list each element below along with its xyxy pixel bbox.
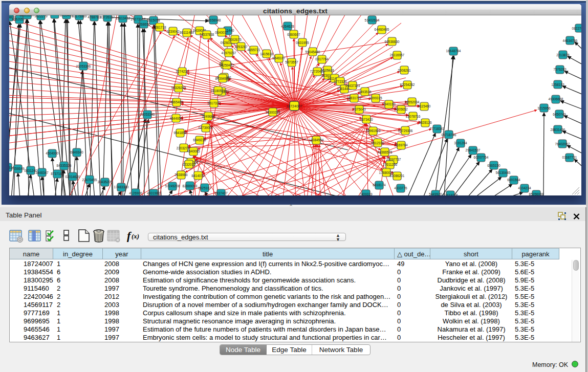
svg-text:6512330: 6512330 (371, 141, 384, 145)
svg-text:4844950: 4844950 (169, 117, 183, 120)
svg-text:5873557: 5873557 (285, 60, 298, 64)
svg-text:8058887: 8058887 (48, 15, 61, 16)
svg-text:82828807: 82828807 (20, 15, 35, 17)
svg-text:0239042: 0239042 (166, 30, 180, 33)
svg-text:3215956: 3215956 (537, 106, 551, 110)
svg-text:02014620: 02014620 (66, 175, 80, 179)
svg-text:9115460: 9115460 (418, 104, 431, 108)
svg-text:17483380: 17483380 (114, 185, 129, 189)
svg-text:4865465: 4865465 (170, 100, 183, 104)
svg-text:83726167: 83726167 (100, 15, 115, 19)
svg-text:04718746: 04718746 (442, 133, 456, 137)
svg-text:18300293: 18300293 (266, 111, 280, 114)
svg-text:9305652: 9305652 (395, 107, 408, 111)
svg-text:5449920: 5449920 (429, 192, 442, 195)
svg-text:6450749: 6450749 (553, 113, 566, 116)
svg-text:3268656: 3268656 (137, 23, 150, 26)
svg-text:50326245: 50326245 (171, 86, 186, 90)
svg-text:8033401: 8033401 (60, 15, 73, 17)
svg-text:7576283: 7576283 (553, 68, 567, 71)
svg-text:0317764: 0317764 (315, 57, 329, 61)
svg-text:30435205: 30435205 (98, 180, 113, 184)
svg-text:6002675: 6002675 (228, 38, 242, 41)
svg-text:16648784: 16648784 (446, 49, 461, 53)
svg-text:57249208: 57249208 (165, 184, 180, 188)
svg-text:8818174: 8818174 (373, 183, 386, 187)
svg-text:07413748: 07413748 (443, 193, 458, 195)
svg-text:1673420: 1673420 (360, 118, 373, 121)
svg-text:08227654: 08227654 (572, 27, 581, 30)
svg-text:49306668: 49306668 (549, 97, 563, 101)
svg-text:84335326: 84335326 (57, 164, 72, 167)
svg-text:87394983: 87394983 (215, 77, 230, 80)
svg-text:22470455: 22470455 (82, 178, 97, 182)
svg-text:50961923: 50961923 (366, 129, 381, 133)
svg-text:0837407: 0837407 (214, 191, 228, 195)
svg-text:6772326: 6772326 (334, 80, 347, 83)
svg-text:59045440: 59045440 (306, 50, 320, 54)
svg-text:27611256: 27611256 (383, 163, 398, 166)
svg-text:1415618: 1415618 (260, 52, 273, 56)
svg-text:21053386: 21053386 (76, 64, 91, 68)
svg-text:70658948: 70658948 (206, 18, 221, 22)
svg-text:51402614: 51402614 (365, 18, 380, 22)
svg-text:0399315: 0399315 (369, 96, 382, 100)
svg-text:02739000: 02739000 (199, 126, 213, 129)
svg-text:6546107: 6546107 (272, 56, 286, 60)
svg-text:3249668: 3249668 (202, 115, 215, 118)
svg-text:2493516: 2493516 (358, 90, 372, 94)
svg-text:7940199: 7940199 (382, 102, 396, 106)
svg-text:28831436: 28831436 (551, 128, 565, 132)
svg-text:0025167: 0025167 (198, 186, 211, 190)
svg-text:7375043: 7375043 (353, 107, 366, 111)
svg-text:4431982: 4431982 (147, 191, 160, 195)
svg-text:13613412: 13613412 (116, 16, 130, 20)
svg-text:4640085: 4640085 (187, 149, 200, 153)
svg-text:0640037: 0640037 (215, 31, 228, 34)
svg-text:26116957: 26116957 (390, 53, 405, 57)
svg-text:18724007: 18724007 (286, 104, 302, 108)
svg-text:38831701: 38831701 (347, 96, 362, 100)
svg-text:2281718: 2281718 (153, 26, 166, 29)
svg-text:76402067: 76402067 (555, 142, 570, 146)
svg-text:3448347: 3448347 (35, 171, 49, 174)
svg-text:30552034: 30552034 (405, 100, 420, 104)
svg-text:4788783: 4788783 (88, 15, 101, 19)
svg-text:4104234: 4104234 (518, 186, 531, 190)
svg-text:6828126: 6828126 (419, 121, 432, 124)
svg-text:7409319: 7409319 (359, 192, 373, 195)
svg-text:19384554: 19384554 (309, 138, 324, 142)
svg-text:9022279: 9022279 (34, 15, 48, 18)
svg-text:4655721: 4655721 (247, 48, 260, 52)
svg-text:49366578: 49366578 (378, 150, 393, 154)
svg-text:7058649: 7058649 (11, 167, 25, 170)
svg-text:1258153: 1258153 (551, 83, 564, 86)
svg-text:4504000: 4504000 (46, 151, 59, 155)
svg-text:6691564: 6691564 (507, 178, 520, 182)
svg-text:2008261: 2008261 (398, 69, 411, 72)
svg-text:94259472: 94259472 (220, 63, 234, 67)
svg-text:64460495: 64460495 (375, 28, 389, 31)
svg-text:81086201: 81086201 (390, 174, 405, 178)
svg-text:85356068: 85356068 (529, 192, 544, 195)
svg-text:82254282: 82254282 (400, 83, 415, 86)
svg-text:56130445: 56130445 (496, 171, 511, 174)
svg-text:6949235: 6949235 (193, 138, 206, 142)
svg-text:80175989: 80175989 (72, 15, 87, 18)
svg-text:44634786: 44634786 (563, 39, 578, 42)
svg-text:60536630: 60536630 (385, 40, 400, 43)
svg-text:0431955: 0431955 (296, 41, 309, 45)
svg-text:77718341: 77718341 (430, 127, 445, 130)
svg-text:4126906: 4126906 (129, 191, 142, 195)
svg-text:8414078: 8414078 (191, 174, 205, 178)
svg-text:13078716: 13078716 (406, 115, 421, 118)
svg-text:(x): (x) (132, 232, 139, 240)
svg-text:86111489: 86111489 (180, 31, 194, 34)
svg-text:8737167: 8737167 (51, 172, 64, 176)
svg-text:4333776: 4333776 (394, 186, 407, 190)
svg-text:54437323: 54437323 (345, 84, 360, 87)
svg-text:1253287: 1253287 (234, 45, 248, 49)
svg-text:01687731: 01687731 (562, 156, 577, 159)
svg-text:74537838: 74537838 (200, 33, 214, 36)
svg-text:6565150: 6565150 (487, 164, 500, 167)
